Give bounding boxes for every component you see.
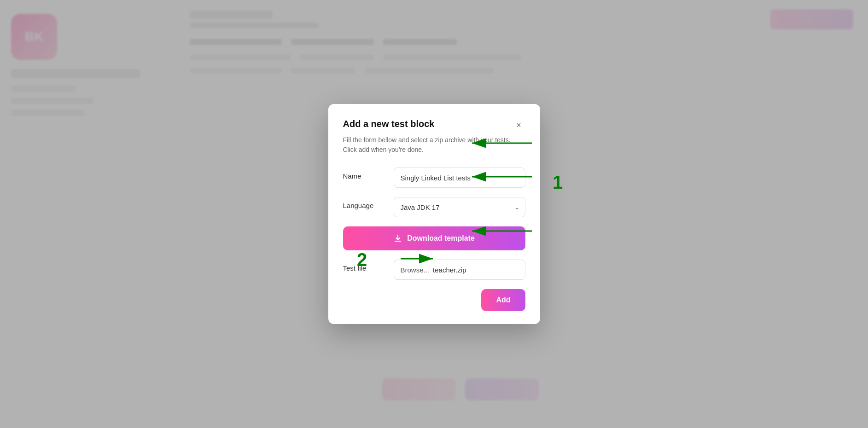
name-label: Name — [343, 168, 394, 180]
add-test-block-modal: Add a new test block × Fill the form bel… — [328, 104, 540, 324]
name-form-group: Name — [343, 168, 525, 188]
select-container: Java JDK 17 Python 3.10 C++ 17 JavaScrip… — [394, 197, 525, 217]
name-input[interactable] — [394, 168, 525, 188]
modal-footer: Add — [343, 289, 525, 311]
test-file-input-wrapper: Browse... teacher.zip — [394, 260, 525, 280]
name-input-wrapper — [394, 168, 525, 188]
language-label: Language — [343, 197, 394, 209]
modal-header: Add a new test block × — [343, 119, 525, 132]
add-button-label: Add — [496, 296, 510, 304]
modal-close-button[interactable]: × — [513, 119, 525, 132]
test-file-form-group: Test file Browse... teacher.zip — [343, 260, 525, 280]
modal-description: Fill the form bellow and select a zip ar… — [343, 135, 525, 155]
modal-title: Add a new test block — [343, 119, 435, 129]
close-icon: × — [516, 121, 521, 129]
download-icon — [393, 234, 402, 243]
download-template-button[interactable]: Download template — [343, 226, 525, 250]
download-template-label: Download template — [407, 234, 475, 243]
test-file-label: Test file — [343, 260, 394, 272]
language-form-group: Language Java JDK 17 Python 3.10 C++ 17 … — [343, 197, 525, 217]
language-select[interactable]: Java JDK 17 Python 3.10 C++ 17 JavaScrip… — [394, 197, 525, 217]
language-select-wrapper: Java JDK 17 Python 3.10 C++ 17 JavaScrip… — [394, 197, 525, 217]
file-upload-area: Browse... teacher.zip — [394, 260, 525, 280]
add-button[interactable]: Add — [481, 289, 525, 311]
modal-wrapper: Add a new test block × Fill the form bel… — [0, 0, 868, 428]
